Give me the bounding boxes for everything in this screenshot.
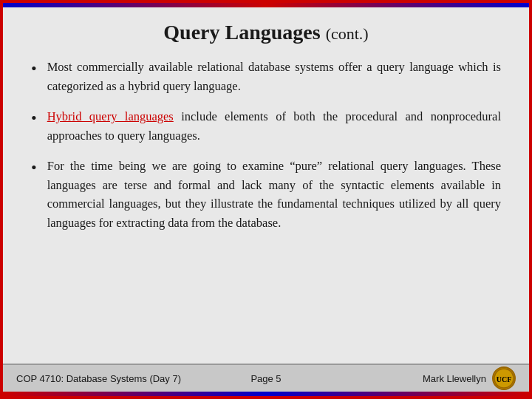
bullet-section-2: • Hybrid query languages include element… [31, 107, 501, 145]
bullet-section-1: • Most commercially available relational… [31, 58, 501, 95]
bullet-icon-2: • [31, 109, 37, 128]
slide-content: Query Languages (cont.) • Most commercia… [3, 7, 529, 364]
footer-center: Page 5 [183, 373, 349, 384]
footer-left: COP 4710: Database Systems (Day 7) [16, 373, 183, 384]
bullet-section-3: • For the time being we are going to exa… [31, 157, 501, 232]
footer-right-text: Mark Llewellyn [423, 373, 486, 384]
slide: Query Languages (cont.) • Most commercia… [0, 0, 532, 399]
title-text: Query Languages [163, 21, 320, 44]
bullet-text-2: Hybrid query languages include elements … [47, 107, 501, 145]
bottom-stripe [3, 392, 529, 396]
bullet-text-1: Most commercially available relational d… [47, 58, 501, 95]
footer-right: Mark Llewellyn UCF [349, 366, 516, 390]
svg-text:UCF: UCF [497, 375, 512, 383]
ucf-logo: UCF [492, 366, 516, 390]
bullet-text-3: For the time being we are going to exami… [47, 157, 501, 232]
hybrid-link: Hybrid query languages [47, 109, 174, 123]
bullet-icon-3: • [31, 158, 37, 177]
slide-footer: COP 4710: Database Systems (Day 7) Page … [3, 364, 529, 392]
slide-title: Query Languages (cont.) [31, 21, 501, 44]
bullet-icon-1: • [31, 59, 37, 78]
title-cont: (cont.) [326, 24, 369, 43]
